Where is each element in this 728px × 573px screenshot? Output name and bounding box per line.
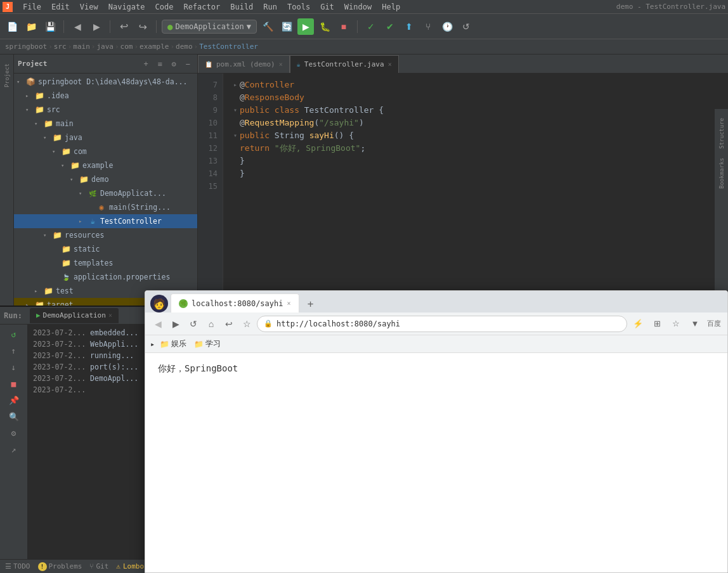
bc-example[interactable]: example <box>140 42 169 51</box>
bc-main[interactable]: main <box>73 42 90 51</box>
menu-file[interactable]: File <box>18 0 46 14</box>
add-file-icon[interactable]: + <box>140 58 152 70</box>
dropdown-button[interactable]: ▼ <box>687 316 703 332</box>
tree-item-src[interactable]: ▾ 📁 src <box>14 103 197 117</box>
pin-button[interactable]: 📌 <box>7 393 21 407</box>
open-button[interactable]: 📁 <box>23 18 39 35</box>
browser-home-button[interactable]: ⌂ <box>204 316 219 332</box>
tab-close-testcontroller[interactable]: × <box>388 61 392 68</box>
menu-build[interactable]: Build <box>225 0 258 14</box>
tab-close-pom[interactable]: × <box>279 61 283 68</box>
browser-refresh-button[interactable]: ↺ <box>186 316 201 332</box>
tree-item-static[interactable]: ▸ 📁 static <box>14 242 197 256</box>
bookmarks-arrow-left[interactable]: ▸ <box>150 340 155 349</box>
fold-11[interactable]: ▾ <box>233 129 237 142</box>
run-tab-close[interactable]: × <box>108 312 112 319</box>
fold-7[interactable]: ▸ <box>233 79 237 91</box>
git-history-button[interactable]: 🕐 <box>439 18 455 35</box>
layout-icon[interactable]: ≡ <box>154 58 166 70</box>
bookmark-folder-yule[interactable]: 📁 娱乐 <box>157 337 189 351</box>
settings-icon[interactable]: ⚙ <box>168 58 179 70</box>
tree-item-testcontroller[interactable]: ▸ ☕ TestController <box>14 214 197 228</box>
tree-item-demoapplication[interactable]: ▾ 🌿 DemoApplicat... <box>14 186 197 200</box>
redo-button[interactable]: ↩ <box>134 18 151 35</box>
baidu-button[interactable]: 百度 <box>706 316 722 332</box>
bc-com[interactable]: com <box>120 42 133 51</box>
tree-item-main[interactable]: ▾ 📁 main <box>14 117 197 131</box>
save-button[interactable]: 💾 <box>42 18 58 35</box>
forward-button[interactable]: ▶ <box>88 18 105 35</box>
tree-item-templates[interactable]: ▸ 📁 templates <box>14 256 197 270</box>
git-branch-button[interactable]: ⑂ <box>420 18 436 35</box>
build-button[interactable]: 🔨 <box>259 18 276 35</box>
git-undo-button[interactable]: ↺ <box>458 18 474 35</box>
tree-item-application-properties[interactable]: ▸ 🍃 application.properties <box>14 270 197 284</box>
browser-star-button[interactable]: ☆ <box>239 316 254 332</box>
undo-button[interactable]: ↩ <box>115 18 132 35</box>
run-tab-demoapplication[interactable]: ▶ DemoApplication × <box>30 308 119 323</box>
menu-window[interactable]: Window <box>339 0 377 14</box>
browser-tab-close[interactable]: × <box>287 300 291 307</box>
back-button[interactable]: ◀ <box>69 18 86 35</box>
run-button[interactable]: ▶ <box>297 18 314 35</box>
grid-button[interactable]: ⊞ <box>649 316 665 332</box>
folder-test-icon: 📁 <box>43 286 53 296</box>
bc-demo[interactable]: demo <box>176 42 193 51</box>
stop-button[interactable]: ■ <box>335 18 352 35</box>
run-configuration[interactable]: ● DemoApplication ▼ <box>162 20 257 34</box>
browser-undo-button[interactable]: ↩ <box>221 316 237 332</box>
menu-code[interactable]: Code <box>150 0 179 14</box>
sidebar-tab-structure[interactable]: Structure <box>717 114 726 153</box>
git-checkmark-button[interactable]: ✓ <box>363 18 379 35</box>
bc-src[interactable]: src <box>54 42 67 51</box>
menu-git[interactable]: Git <box>315 0 339 14</box>
tree-item-idea[interactable]: ▸ 📁 .idea <box>14 89 197 103</box>
menu-refactor[interactable]: Refactor <box>178 0 225 14</box>
fold-9[interactable]: ▾ <box>233 104 237 117</box>
problems-tab[interactable]: ! Problems <box>38 562 82 571</box>
sidebar-tab-bookmarks[interactable]: Bookmarks <box>717 154 726 193</box>
new-file-button[interactable]: 📄 <box>4 18 20 35</box>
sync-button[interactable]: 🔄 <box>278 18 295 35</box>
bc-java[interactable]: java <box>96 42 114 51</box>
scroll-down-button[interactable]: ↓ <box>7 360 21 374</box>
menu-run[interactable]: Run <box>258 0 282 14</box>
tree-item-demo[interactable]: ▾ 📁 demo <box>14 172 197 186</box>
sidebar-tab-project[interactable]: Project <box>4 60 10 91</box>
bc-testcontroller[interactable]: TestController <box>199 42 258 51</box>
menu-help[interactable]: Help <box>377 0 405 14</box>
menu-edit[interactable]: Edit <box>46 0 75 14</box>
menu-view[interactable]: View <box>75 0 103 14</box>
tab-pom-xml[interactable]: 📋 pom.xml (demo) × <box>198 55 290 73</box>
stop-run-button[interactable]: ■ <box>7 377 21 390</box>
tree-item-java[interactable]: ▾ 📁 java <box>14 131 197 145</box>
git-tab[interactable]: ⑂ Git <box>89 562 108 570</box>
lightning-button[interactable]: ⚡ <box>630 316 646 332</box>
tree-item-com[interactable]: ▾ 📁 com <box>14 145 197 158</box>
browser-address-bar[interactable]: 🔒 http://localhost:8080/sayhi <box>257 316 627 332</box>
tree-item-root[interactable]: ▾ 📦 springboot D:\idea\48days\48-da... <box>14 75 197 89</box>
tree-item-example[interactable]: ▾ 📁 example <box>14 158 197 172</box>
bookmark-folder-xuexi[interactable]: 📁 学习 <box>192 337 223 351</box>
scroll-up-button[interactable]: ↑ <box>7 344 21 357</box>
browser-tab-active[interactable]: 🌿 localhost:8080/sayhi × <box>171 293 299 312</box>
settings-run-button[interactable]: ⚙ <box>7 426 21 440</box>
bc-springboot[interactable]: springboot <box>5 42 47 51</box>
menu-tools[interactable]: Tools <box>282 0 315 14</box>
browser-forward-button[interactable]: ▶ <box>168 316 183 332</box>
todo-tab[interactable]: ☰ TODO <box>5 562 30 570</box>
tree-item-main-method[interactable]: ▸ ◉ main(String... <box>14 200 197 214</box>
tree-item-resources[interactable]: ▾ 📁 resources <box>14 228 197 242</box>
external-button[interactable]: ↗ <box>7 442 21 456</box>
git-check2-button[interactable]: ✔ <box>382 18 398 35</box>
menu-navigate[interactable]: Navigate <box>103 0 150 14</box>
git-push-button[interactable]: ⬆ <box>401 18 417 35</box>
browser-back-button[interactable]: ◀ <box>150 316 166 332</box>
star2-button[interactable]: ☆ <box>668 316 684 332</box>
minimize-panel-icon[interactable]: − <box>182 58 193 70</box>
tab-testcontroller[interactable]: ☕ TestController.java × <box>290 55 399 73</box>
filter-button[interactable]: 🔍 <box>7 409 21 423</box>
debug-button[interactable]: 🐛 <box>316 18 333 35</box>
restart-button[interactable]: ↺ <box>7 327 21 341</box>
new-browser-tab-button[interactable]: + <box>302 295 320 312</box>
